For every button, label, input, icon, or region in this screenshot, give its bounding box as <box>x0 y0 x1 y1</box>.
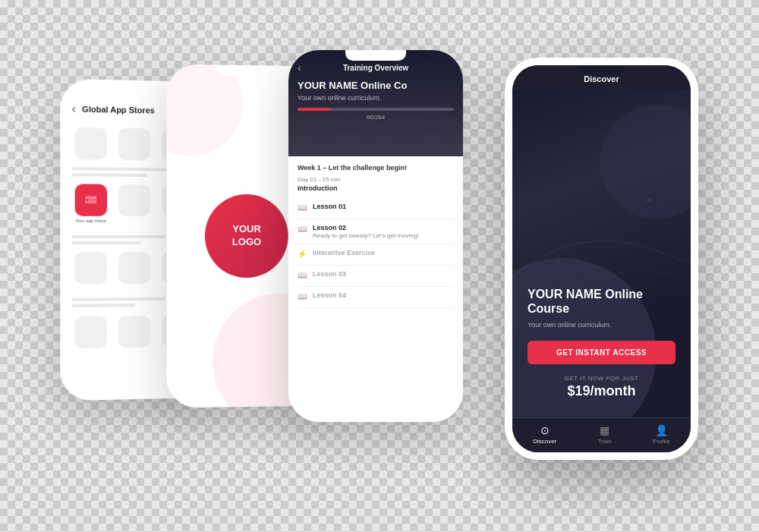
lesson-item-exercise: ⚡ Interactve Exercise <box>298 244 454 266</box>
train-icon: ▦ <box>600 424 609 436</box>
phone-3-hero-section: ‹ Training Overview YOUR NAME Online Co … <box>288 50 463 156</box>
progress-bar <box>298 108 454 111</box>
phone-4-tab-bar: ⊙ Discover ▦ Train 👤 Profile <box>512 417 691 452</box>
tab-train-label: Train <box>598 438 612 445</box>
phone-3-subtitle: Your own online curriculum. <box>298 94 454 102</box>
back-arrow-icon: ‹ <box>72 102 76 115</box>
app-icon-empty <box>74 127 106 159</box>
tab-discover[interactable]: ⊙ Discover <box>533 424 556 445</box>
tab-profile[interactable]: 👤 Profile <box>653 424 670 445</box>
tab-train[interactable]: ▦ Train <box>598 424 612 445</box>
app-icon-empty <box>74 316 106 348</box>
app-name-label: Your app name <box>75 218 106 222</box>
day-title: Introduction <box>298 184 454 192</box>
price-label: GET IT NOW FOR JUST <box>528 375 676 382</box>
bg-circle-2 <box>166 64 243 156</box>
svg-point-1 <box>556 260 559 263</box>
logo-text: YOURLOGO <box>232 223 261 249</box>
app-slot-logo: YOURLOGO Your app name <box>72 184 110 223</box>
lesson-icon-3: 📖 <box>298 271 308 282</box>
phone-1-notch <box>104 80 165 92</box>
text-line <box>72 297 166 301</box>
lesson-icon-4: 📖 <box>298 292 308 303</box>
progress-text: 60/284 <box>298 114 454 121</box>
cta-button[interactable]: GET INSTANT ACCESS <box>528 341 676 364</box>
app-logo-icon: YOURLOGO <box>74 184 106 216</box>
phone-1-title: Global App Stores <box>82 104 155 115</box>
profile-icon: 👤 <box>655 424 668 436</box>
phone-3-back-icon: ‹ <box>298 61 301 74</box>
app-icon-empty <box>119 315 151 348</box>
text-line <box>72 235 178 238</box>
day-info: Day 01 - 15 min <box>298 176 454 183</box>
lesson-item-2: 📖 Lesson 02 Ready to get sweaty? Let's g… <box>298 219 454 244</box>
lesson-name-3: Lesson 03 <box>313 270 346 278</box>
text-line <box>72 304 135 307</box>
phone-3-course-title: YOUR NAME Online Co <box>298 80 454 91</box>
lesson-item-1: 📖 Lesson 01 <box>298 198 454 219</box>
app-icon-empty <box>119 251 151 283</box>
phone-2-notch <box>216 65 277 76</box>
phone-4-hero: YOUR NAME Online Course Your own online … <box>512 90 691 417</box>
lesson-icon-1: 📖 <box>298 203 308 214</box>
app-icon-empty <box>119 184 151 216</box>
app-icon-empty <box>119 127 151 160</box>
phone-4-notch <box>579 65 625 74</box>
phone-4-screen-title: Discover <box>584 74 619 83</box>
phone-4-discover: Discover YOUR NAME Online Course Your ow… <box>505 58 698 460</box>
lesson-desc-2: Ready to get sweaty? Let's get moving! <box>313 232 418 239</box>
app-slot-1 <box>72 127 110 159</box>
price-value: $19/month <box>528 383 676 399</box>
phone-3-training: ‹ Training Overview YOUR NAME Online Co … <box>288 50 463 422</box>
lesson-item-3: 📖 Lesson 03 <box>298 266 454 287</box>
app-slot-11 <box>116 315 153 348</box>
lesson-item-4: 📖 Lesson 04 <box>298 287 454 308</box>
exercise-name: Interactve Exercise <box>313 249 375 257</box>
phone-3-header: ‹ Training Overview <box>298 64 454 72</box>
lesson-name-2: Lesson 02 <box>313 224 418 231</box>
lesson-icon-2: 📖 <box>298 225 308 235</box>
tab-discover-label: Discover <box>533 438 556 445</box>
logo-text: YOURLOGO <box>85 196 96 204</box>
phone-3-notch <box>345 50 406 61</box>
hero-subtitle: Your own online curriculum. <box>528 321 676 329</box>
progress-fill <box>298 108 330 111</box>
app-slot-2 <box>116 127 153 160</box>
svg-point-0 <box>647 198 651 203</box>
text-line <box>72 173 147 177</box>
phones-container: ‹ Global App Stores <box>38 20 721 513</box>
app-slot-5 <box>116 184 153 222</box>
app-slot-8 <box>116 251 153 283</box>
app-slot-7 <box>72 252 110 284</box>
phone-3-content: Week 1 – Let the challenge begin! Day 01… <box>288 156 463 422</box>
text-line <box>72 167 172 171</box>
text-line <box>72 241 141 244</box>
lesson-name-4: Lesson 04 <box>313 291 346 299</box>
phone-4-inner: Discover YOUR NAME Online Course Your ow… <box>512 65 691 452</box>
exercise-icon: ⚡ <box>298 250 308 260</box>
app-slot-10 <box>72 316 110 348</box>
compass-icon: ⊙ <box>540 424 550 436</box>
tab-profile-label: Profile <box>653 438 670 445</box>
phone-3-screen: ‹ Training Overview YOUR NAME Online Co … <box>288 50 463 422</box>
phone-4-topbar: Discover <box>512 65 691 90</box>
hero-course-title: YOUR NAME Online Course <box>528 287 676 316</box>
phone-3-screen-title: Training Overview <box>343 64 408 72</box>
lesson-name-1: Lesson 01 <box>313 203 346 210</box>
hero-content: YOUR NAME Online Course Your own online … <box>528 287 676 398</box>
week-header: Week 1 – Let the challenge begin! <box>298 164 454 172</box>
logo-circle: YOURLOGO <box>205 194 288 277</box>
app-icon-empty <box>74 252 106 284</box>
